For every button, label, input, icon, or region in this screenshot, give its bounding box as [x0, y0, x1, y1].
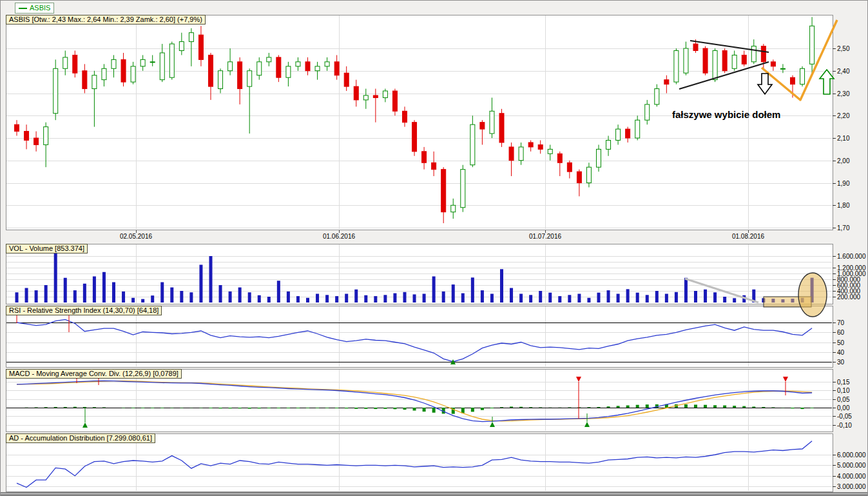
macd-panel-header[interactable]: MACD - Moving Average Conv. Div. (12,26,…	[6, 369, 182, 379]
svg-text:01.07.2016: 01.07.2016	[529, 233, 561, 240]
svg-text:200.000: 200.000	[837, 293, 861, 301]
series-color-line	[19, 8, 27, 9]
svg-text:01.08.2016: 01.08.2016	[732, 233, 764, 240]
series-legend[interactable]: ASBIS	[15, 3, 54, 14]
volume-panel-header[interactable]: VOL - Volume [853.374]	[6, 244, 88, 253]
rsi-panel-header[interactable]: RSI - Relative Strength Index (14,30,70)…	[6, 306, 162, 315]
svg-text:2,30: 2,30	[837, 90, 850, 97]
svg-text:02.05.2016: 02.05.2016	[120, 233, 152, 240]
price-panel[interactable]	[6, 15, 833, 230]
svg-text:1,90: 1,90	[837, 180, 850, 187]
svg-text:50: 50	[837, 339, 845, 346]
series-legend-label: ASBIS	[30, 4, 50, 12]
svg-text:-0,10: -0,10	[837, 422, 852, 429]
svg-text:70: 70	[837, 319, 845, 326]
svg-text:2,20: 2,20	[837, 112, 850, 119]
bottom-splitter[interactable]	[1, 492, 868, 495]
chart-window: 2,502,402,302,202,102,001,901,801,701.60…	[0, 0, 868, 496]
svg-text:60: 60	[837, 329, 845, 336]
svg-text:2,50: 2,50	[837, 45, 850, 52]
annotation-text: fałszywe wybicie dołem	[672, 109, 807, 120]
svg-text:2,00: 2,00	[837, 157, 850, 164]
svg-text:1.600.000: 1.600.000	[837, 253, 866, 260]
svg-text:6.000.000: 6.000.000	[837, 451, 866, 459]
svg-text:30: 30	[837, 359, 845, 366]
svg-text:0,00: 0,00	[837, 404, 850, 412]
volume-panel[interactable]	[6, 244, 833, 304]
svg-text:0,15: 0,15	[837, 379, 850, 386]
chart-canvas[interactable]: 2,502,402,302,202,102,001,901,801,701.60…	[1, 1, 868, 496]
svg-text:40: 40	[837, 349, 845, 356]
svg-text:2,10: 2,10	[837, 135, 850, 142]
svg-text:1,70: 1,70	[837, 224, 850, 232]
svg-text:1,80: 1,80	[837, 202, 850, 209]
ad-panel-header[interactable]: AD - Accumulation Distribution [7.299.08…	[6, 433, 155, 443]
svg-text:5.000.000: 5.000.000	[837, 462, 866, 469]
svg-text:0,10: 0,10	[837, 387, 850, 394]
volume-highlight-ellipse[interactable]	[798, 273, 827, 317]
svg-text:2,40: 2,40	[837, 68, 850, 75]
svg-text:-0,05: -0,05	[837, 413, 852, 420]
svg-text:0,05: 0,05	[837, 396, 850, 403]
svg-text:4.000.000: 4.000.000	[837, 473, 866, 480]
price-panel-header[interactable]: ASBIS [Otw.: 2,43 Max.: 2,64 Min.: 2,39 …	[6, 15, 206, 25]
svg-text:01.06.2016: 01.06.2016	[323, 233, 355, 240]
svg-text:3.000.000: 3.000.000	[837, 483, 866, 490]
